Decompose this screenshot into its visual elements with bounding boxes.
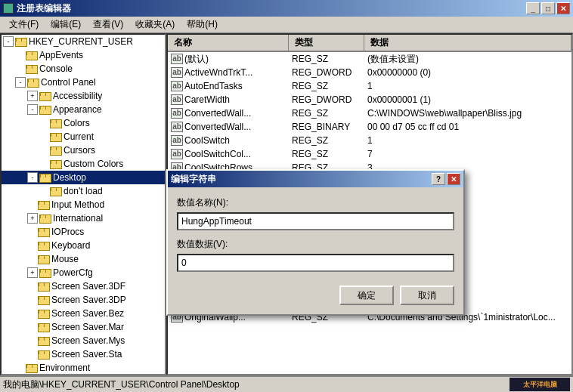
value-row[interactable]: abCoolSwitchREG_SZ1: [168, 134, 571, 147]
col-header-data[interactable]: 数据: [364, 35, 571, 51]
tree-item-keyboard[interactable]: Keyboard: [2, 239, 165, 252]
tree-label-screensaverbez: Screen Saver.Bez: [51, 308, 124, 319]
tree-item-cursors[interactable]: Cursors: [2, 144, 165, 157]
folder-icon-appearance: [39, 104, 51, 115]
modal-help-button[interactable]: ?: [432, 173, 445, 185]
cell-data: 1: [364, 80, 571, 92]
modal-content: 数值名称(N): 数值数据(V): 确定 取消: [168, 187, 463, 314]
tree-item-dontload[interactable]: don't load: [2, 184, 165, 198]
tree-label-hkcu: HKEY_CURRENT_USER: [29, 36, 133, 47]
value-row[interactable]: abConvertedWall...REG_BINARY00 00 d7 05 …: [168, 120, 571, 134]
tree-item-accessibility[interactable]: +Accessibility: [2, 89, 165, 103]
value-row[interactable]: ab(默认)REG_SZ(数值未设置): [168, 52, 571, 66]
maximize-button[interactable]: □: [541, 2, 555, 14]
tree-item-customcolors[interactable]: Custom Colors: [2, 157, 165, 171]
value-row[interactable]: abActiveWndTrkT...REG_DWORD0x00000000 (0…: [168, 66, 571, 79]
tree-item-hkcu[interactable]: -HKEY_CURRENT_USER: [2, 35, 165, 48]
value-row[interactable]: abConvertedWall...REG_SZC:\WINDOWS\web\w…: [168, 106, 571, 120]
folder-icon-keyboard: [38, 240, 50, 251]
tree-item-screensavermar[interactable]: Screen Saver.Mar: [2, 320, 165, 334]
tree-toggle-powercfg[interactable]: +: [27, 267, 38, 278]
tree-item-desktop[interactable]: -Desktop: [2, 171, 165, 184]
tree-item-screensavermys[interactable]: Screen Saver.Mys: [2, 334, 165, 347]
tree-toggle-controlpanel[interactable]: -: [15, 77, 26, 88]
tree-item-screensaversta[interactable]: Screen Saver.Sta: [2, 347, 165, 361]
title-bar-buttons: _ □ ✕: [526, 2, 570, 14]
menu-file[interactable]: 文件(F): [3, 17, 45, 32]
tree-container: -HKEY_CURRENT_USERAppEventsConsole-Contr…: [2, 35, 165, 375]
tree-label-environment: Environment: [39, 363, 90, 373]
menu-edit[interactable]: 编辑(E): [45, 17, 87, 32]
modal-close-button[interactable]: ✕: [447, 173, 460, 185]
menu-view[interactable]: 查看(V): [87, 17, 129, 32]
tree-toggle-hkcu[interactable]: -: [3, 36, 14, 47]
folder-icon-appevents: [26, 50, 38, 60]
reg-icon: ab: [171, 135, 183, 146]
reg-icon: ab: [171, 122, 183, 132]
tree-item-current[interactable]: Current: [2, 130, 165, 144]
name-input[interactable]: [177, 212, 454, 230]
tree-toggle-international[interactable]: +: [27, 213, 38, 224]
menu-help[interactable]: 帮助(H): [181, 17, 224, 32]
folder-icon-screensaverbez: [38, 308, 50, 319]
col-header-type[interactable]: 类型: [289, 35, 364, 51]
tree-item-international[interactable]: +International: [2, 211, 165, 225]
name-label: 数值名称(N):: [177, 196, 454, 209]
content-area: -HKEY_CURRENT_USERAppEventsConsole-Contr…: [0, 33, 573, 375]
tree-item-screensaver3df2[interactable]: Screen Saver.3DP: [2, 293, 165, 307]
tree-label-desktop: Desktop: [53, 172, 86, 183]
tree-label-keyboard: Keyboard: [51, 240, 90, 251]
tree-item-ioprocs[interactable]: IOProcs: [2, 225, 165, 239]
col-header-name[interactable]: 名称: [168, 35, 289, 51]
cancel-button[interactable]: 取消: [400, 286, 454, 305]
reg-icon: ab: [171, 54, 183, 64]
tree-label-mouse: Mouse: [51, 254, 79, 264]
value-row[interactable]: abCaretWidthREG_DWORD0x00000001 (1): [168, 93, 571, 106]
cell-name: abActiveWndTrkT...: [168, 66, 289, 79]
tree-item-powercfg[interactable]: +PowerCfg: [2, 266, 165, 279]
tree-item-appearance[interactable]: -Appearance: [2, 103, 165, 116]
tree-panel[interactable]: -HKEY_CURRENT_USERAppEventsConsole-Contr…: [0, 33, 166, 375]
tree-item-environment[interactable]: Environment: [2, 361, 165, 375]
data-input[interactable]: [177, 254, 454, 272]
cell-name: abCoolSwitch: [168, 134, 289, 147]
tree-item-colors[interactable]: Colors: [2, 116, 165, 130]
values-header: 名称 类型 数据: [168, 35, 571, 52]
cell-type: REG_BINARY: [289, 121, 364, 133]
menu-favorites[interactable]: 收藏夹(A): [129, 17, 181, 32]
tree-label-accessibility: Accessibility: [53, 91, 102, 101]
folder-icon-screensavermys: [38, 335, 50, 346]
modal-buttons: 确定 取消: [177, 286, 454, 305]
cell-data: 0x00000000 (0): [364, 66, 571, 79]
cell-type: REG_SZ: [289, 80, 364, 92]
folder-icon-desktop: [39, 172, 51, 183]
tree-item-inputmethod[interactable]: Input Method: [2, 198, 165, 211]
reg-icon: ab: [171, 67, 183, 78]
tree-item-console[interactable]: Console: [2, 62, 165, 76]
value-row[interactable]: abCoolSwitchCol...REG_SZ7: [168, 147, 571, 161]
value-row[interactable]: abAutoEndTasksREG_SZ1: [168, 79, 571, 93]
ok-button[interactable]: 确定: [339, 286, 394, 305]
tree-item-screensaver3df[interactable]: Screen Saver.3DF: [2, 279, 165, 293]
tree-toggle-appearance[interactable]: -: [27, 104, 38, 115]
cell-type: REG_SZ: [289, 107, 364, 119]
reg-icon: ab: [171, 149, 183, 159]
tree-label-screensaver3df: Screen Saver.3DF: [51, 281, 125, 292]
tree-item-mouse[interactable]: Mouse: [2, 252, 165, 266]
tree-label-powercfg: PowerCfg: [53, 267, 93, 278]
tree-item-controlpanel[interactable]: -Control Panel: [2, 76, 165, 89]
data-label: 数值数据(V):: [177, 238, 454, 251]
tree-item-appevents[interactable]: AppEvents: [2, 48, 165, 62]
cell-name: ab(默认): [168, 52, 289, 66]
tree-toggle-accessibility[interactable]: +: [27, 91, 38, 101]
modal-title-text: 编辑字符串: [171, 173, 216, 186]
tree-label-appearance: Appearance: [53, 104, 102, 115]
modal-title-buttons: ? ✕: [432, 173, 460, 185]
folder-icon-controlpanel: [27, 77, 39, 88]
minimize-button[interactable]: _: [526, 2, 540, 14]
tree-item-screensaverbez[interactable]: Screen Saver.Bez: [2, 307, 165, 320]
tree-toggle-desktop[interactable]: -: [27, 172, 38, 183]
tree-item-eudc[interactable]: +EUDC: [2, 375, 165, 375]
cell-data: C:\WINDOWS\web\wallpaper\Bliss.jpg: [364, 107, 571, 119]
close-button[interactable]: ✕: [556, 2, 570, 14]
